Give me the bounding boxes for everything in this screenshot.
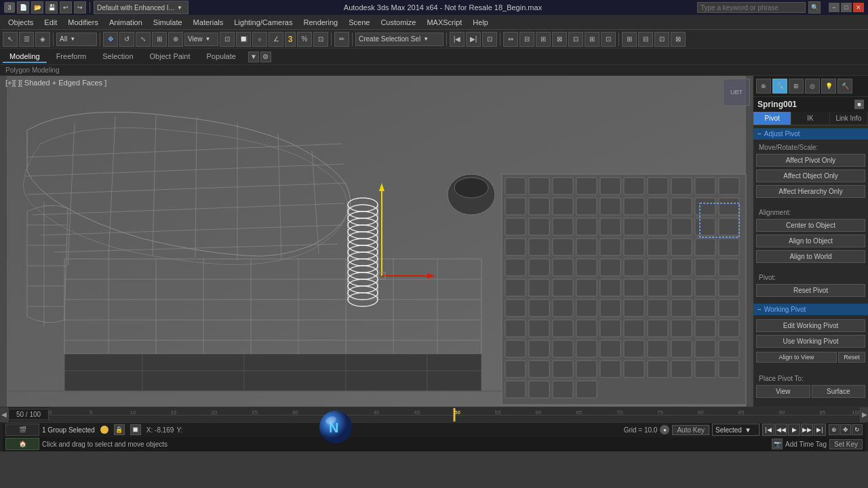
- timeline-left-btn[interactable]: ◀: [0, 407, 8, 422]
- quick-align[interactable]: ⊠: [552, 32, 567, 47]
- menu-modifiers[interactable]: Modifiers: [62, 17, 104, 28]
- viewport[interactable]: [+][ ][ Shaded + Edged Faces ] UBT: [0, 76, 753, 407]
- selected-dropdown[interactable]: Selected ▼: [712, 424, 760, 436]
- tab-link-info[interactable]: Link Info: [830, 112, 868, 125]
- render-env[interactable]: ⊠: [671, 32, 686, 47]
- panel-display-icon[interactable]: 💡: [821, 79, 836, 94]
- undo-btn[interactable]: ↩: [60, 1, 72, 14]
- add-time-tag-label[interactable]: Add Time Tag: [785, 441, 827, 448]
- menu-help[interactable]: Help: [467, 17, 494, 28]
- maximize-btn[interactable]: □: [841, 3, 852, 12]
- menu-customize[interactable]: Customize: [375, 17, 421, 28]
- prev-frame-btn[interactable]: |◀: [762, 424, 774, 436]
- create-selection-dropdown[interactable]: Create Selection Sel ▼: [355, 33, 443, 46]
- isolate-sel[interactable]: ⊡: [601, 32, 616, 47]
- tab-ik[interactable]: IK: [791, 112, 829, 125]
- pivot-btn[interactable]: ⊡: [220, 32, 235, 47]
- menu-objects[interactable]: Objects: [3, 17, 39, 28]
- render-frame[interactable]: ⊡: [654, 32, 669, 47]
- next-key-btn[interactable]: ▶▶: [801, 424, 813, 436]
- snap-percent[interactable]: %: [297, 32, 312, 47]
- select-rotate[interactable]: ↺: [119, 32, 134, 47]
- view-dropdown[interactable]: View ▼: [184, 33, 218, 46]
- new-btn[interactable]: 📄: [17, 1, 29, 14]
- key-mode[interactable]: ⊡: [482, 32, 497, 47]
- orbit-btn[interactable]: ↻: [852, 424, 863, 435]
- play-btn[interactable]: ▶: [788, 424, 800, 436]
- next-key[interactable]: ▶|: [466, 32, 481, 47]
- redo-btn[interactable]: ↪: [74, 1, 86, 14]
- normal-align[interactable]: ⊡: [568, 32, 583, 47]
- affect-object-only-btn[interactable]: Affect Object Only: [756, 169, 865, 182]
- name-field-close[interactable]: ■: [854, 100, 864, 109]
- zoom-btn[interactable]: ⊕: [829, 424, 840, 435]
- region-select[interactable]: ◈: [35, 32, 50, 47]
- snap-toggle[interactable]: 🔲: [130, 424, 141, 435]
- place-highlight[interactable]: ⊞: [585, 32, 599, 47]
- select-move[interactable]: ✥: [103, 32, 118, 47]
- affect-pivot-only-btn[interactable]: Affect Pivot Only: [756, 154, 865, 167]
- select-by-name[interactable]: ☰: [19, 32, 34, 47]
- adjust-pivot-header[interactable]: − Adjust Pivot: [753, 128, 868, 140]
- ref-coord[interactable]: ⊕: [168, 32, 183, 47]
- render-setup[interactable]: ⊞: [622, 32, 637, 47]
- panel-utilities-icon[interactable]: 🔨: [837, 79, 852, 94]
- menu-materials[interactable]: Materials: [188, 17, 229, 28]
- tab-settings[interactable]: ⚙: [260, 52, 271, 62]
- nav-cube[interactable]: UBT: [723, 79, 750, 106]
- spinner[interactable]: ⊡: [313, 32, 328, 47]
- camera-icon[interactable]: 📷: [772, 439, 783, 449]
- lock-icon[interactable]: 🔒: [114, 424, 125, 435]
- preset-dropdown[interactable]: Default with Enhanced I... ▼: [94, 1, 189, 14]
- snap-angle[interactable]: ∠: [269, 32, 283, 47]
- menu-maxscript[interactable]: MAXScript: [421, 17, 467, 28]
- snap-3d[interactable]: ⟐: [252, 32, 267, 47]
- autokey-btn[interactable]: Auto Key: [672, 425, 709, 435]
- panel-hierarchy-icon[interactable]: ⊞: [789, 79, 804, 94]
- set-key-btn[interactable]: Set Key: [829, 439, 863, 449]
- align-btn[interactable]: ⊟: [519, 32, 534, 47]
- reset-btn[interactable]: Reset: [838, 352, 865, 363]
- tab-object-paint[interactable]: Object Paint: [143, 51, 197, 63]
- panel-create-icon[interactable]: ⊕: [756, 79, 771, 94]
- align-to-view-btn[interactable]: Align to View: [756, 352, 837, 363]
- menu-scene[interactable]: Scene: [343, 17, 375, 28]
- align-to-world-btn[interactable]: Align to World: [756, 250, 865, 263]
- tab-selection[interactable]: Selection: [96, 51, 140, 63]
- menu-edit[interactable]: Edit: [39, 17, 62, 28]
- menu-lighting[interactable]: Lighting/Cameras: [229, 17, 298, 28]
- menu-rendering[interactable]: Rendering: [298, 17, 343, 28]
- render-prod[interactable]: ⊟: [638, 32, 653, 47]
- edit-named-sel[interactable]: ✏: [334, 32, 349, 47]
- timeline-right-btn[interactable]: ▶: [860, 407, 868, 422]
- view-btn[interactable]: View: [756, 385, 810, 398]
- layer-mgr[interactable]: ⊞: [536, 32, 551, 47]
- center-to-object-btn[interactable]: Center to Object: [756, 219, 865, 232]
- search-input[interactable]: [697, 2, 806, 13]
- minimize-btn[interactable]: −: [829, 3, 840, 12]
- tab-freeform[interactable]: Freeform: [50, 51, 94, 63]
- search-btn[interactable]: 🔍: [808, 1, 821, 14]
- prev-key-btn[interactable]: ◀◀: [775, 424, 787, 436]
- timeline-track[interactable]: 0 5 10 15 20 25 30 35 40 45 50 55 60 65 …: [49, 407, 860, 422]
- tab-populate[interactable]: Populate: [199, 51, 242, 63]
- tab-modeling[interactable]: Modeling: [3, 51, 47, 63]
- align-to-object-btn[interactable]: Align to Object: [756, 235, 865, 247]
- panel-motion-icon[interactable]: ◎: [805, 79, 820, 94]
- menu-animation[interactable]: Animation: [104, 17, 148, 28]
- tab-arrow[interactable]: ▼: [248, 52, 259, 62]
- next-frame-btn[interactable]: ▶|: [814, 424, 826, 436]
- menu-simulate[interactable]: Simulate: [148, 17, 188, 28]
- close-btn[interactable]: ✕: [853, 3, 864, 12]
- prev-key[interactable]: |◀: [450, 32, 465, 47]
- panel-modify-icon[interactable]: 🔧: [772, 79, 787, 94]
- edit-working-pivot-btn[interactable]: Edit Working Pivot: [756, 319, 865, 332]
- select-squash[interactable]: ⊞: [152, 32, 167, 47]
- mirror-btn[interactable]: ⇔: [503, 32, 518, 47]
- affect-hierarchy-only-btn[interactable]: Affect Hierarchy Only: [756, 185, 865, 198]
- save-btn[interactable]: 💾: [45, 1, 58, 14]
- working-pivot-header[interactable]: − Working Pivot: [753, 304, 868, 315]
- surface-btn[interactable]: Surface: [812, 385, 866, 398]
- pan-btn[interactable]: ✥: [840, 424, 851, 435]
- tab-pivot[interactable]: Pivot: [753, 112, 791, 125]
